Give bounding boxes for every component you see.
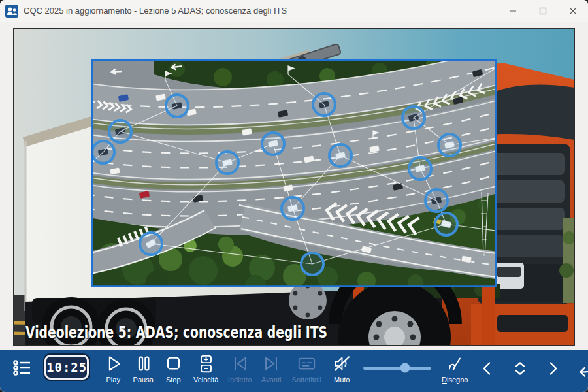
maximize-button[interactable] bbox=[528, 0, 558, 22]
mute-label: Muto bbox=[334, 376, 350, 384]
subtitles-button[interactable]: Sottotitoli bbox=[286, 351, 327, 392]
video-surface[interactable]: Videolezione 5: ADAS; conoscenza degli I… bbox=[13, 28, 575, 346]
nav-previous-button[interactable] bbox=[473, 354, 502, 383]
app-icon bbox=[5, 5, 18, 18]
chevron-up-down-icon bbox=[509, 357, 531, 380]
speed-label: Velocità bbox=[193, 376, 219, 384]
title-bar: CQC 2025 in aggiornamento - Lezione 5 AD… bbox=[0, 0, 588, 22]
subtitles-label: Sottotitoli bbox=[292, 376, 321, 384]
play-button[interactable]: Play bbox=[98, 351, 128, 392]
chevron-left-icon bbox=[476, 357, 498, 380]
stop-label: Stop bbox=[166, 376, 181, 384]
draw-label: Disegno bbox=[442, 376, 468, 384]
return-button[interactable] bbox=[571, 354, 588, 383]
app-window: CQC 2025 in aggiornamento - Lezione 5 AD… bbox=[0, 0, 588, 392]
pause-label: Pausa bbox=[133, 376, 154, 384]
play-label: Play bbox=[106, 376, 120, 384]
mute-button[interactable]: Muto bbox=[327, 351, 357, 392]
close-icon bbox=[569, 7, 577, 15]
nav-scroll-button[interactable] bbox=[506, 354, 534, 383]
cab-step-right bbox=[482, 281, 495, 345]
volume-thumb[interactable] bbox=[400, 363, 410, 373]
window-title: CQC 2025 in aggiornamento - Lezione 5 AD… bbox=[24, 6, 498, 16]
pause-button[interactable]: Pausa bbox=[128, 351, 158, 392]
skip-forward-icon bbox=[261, 354, 282, 374]
its-aerial-inset bbox=[83, 48, 505, 296]
chevron-right-icon bbox=[542, 357, 564, 380]
pen-draw-icon bbox=[445, 354, 465, 374]
volume-track bbox=[363, 367, 431, 370]
next-button[interactable]: Avanti bbox=[256, 351, 286, 392]
nav-next-button[interactable] bbox=[538, 354, 567, 383]
stop-button[interactable]: Stop bbox=[158, 351, 188, 392]
speed-icon bbox=[196, 354, 216, 374]
playlist-button[interactable] bbox=[8, 353, 37, 382]
stop-icon bbox=[163, 354, 184, 374]
player-control-bar: 10:25 Play Pausa Stop Velocità bbox=[0, 350, 588, 392]
minimize-icon bbox=[509, 7, 517, 15]
skip-back-icon bbox=[230, 354, 250, 374]
minimize-button[interactable] bbox=[498, 0, 528, 22]
navigation-group bbox=[473, 354, 588, 383]
pause-icon bbox=[133, 354, 154, 374]
volume-slider[interactable] bbox=[363, 353, 431, 382]
play-icon bbox=[103, 354, 123, 374]
close-button[interactable] bbox=[558, 0, 588, 22]
video-frame-illustration: Videolezione 5: ADAS; conoscenza degli I… bbox=[14, 29, 574, 345]
time-display: 10:25 bbox=[44, 355, 89, 380]
maximize-icon bbox=[539, 7, 547, 15]
list-icon bbox=[12, 357, 33, 378]
draw-button[interactable]: Disegno bbox=[436, 351, 473, 392]
video-stage: Videolezione 5: ADAS; conoscenza degli I… bbox=[0, 22, 588, 350]
next-label: Avanti bbox=[261, 376, 281, 384]
return-arrow-icon bbox=[574, 357, 588, 380]
speed-button[interactable]: Velocità bbox=[188, 351, 223, 392]
video-caption: Videolezione 5: ADAS; conoscenza degli I… bbox=[25, 323, 329, 343]
previous-button[interactable]: Indietro bbox=[223, 351, 256, 392]
subtitles-icon bbox=[297, 354, 317, 374]
svg-text:Videolezione 5: ADAS; conoscen: Videolezione 5: ADAS; conoscenza degli I… bbox=[25, 323, 327, 342]
mute-icon bbox=[332, 354, 352, 374]
previous-label: Indietro bbox=[228, 376, 252, 384]
